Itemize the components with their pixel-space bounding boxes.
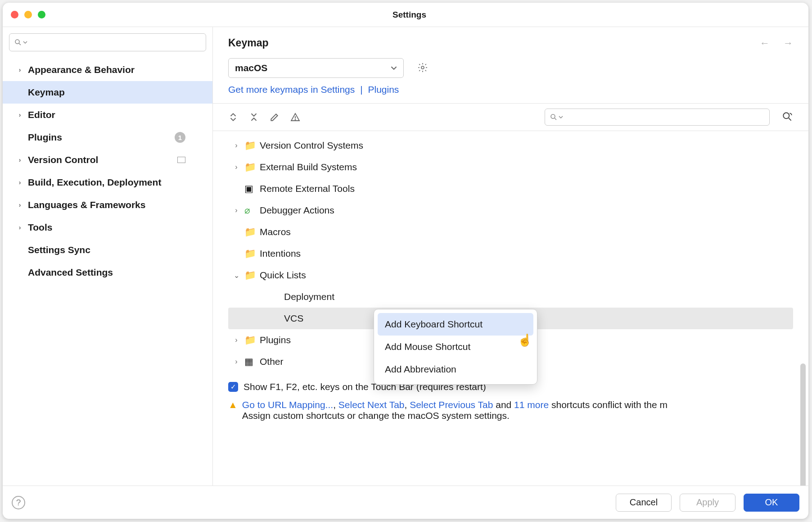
back-icon[interactable]: ←	[760, 37, 770, 49]
chevron-down-icon	[23, 40, 27, 45]
conflict-link-1[interactable]: Go to URL Mapping...	[242, 399, 333, 410]
collapse-all-icon[interactable]	[249, 112, 259, 122]
sidebar-item-keymap[interactable]: Keymap	[3, 81, 212, 104]
plugins-badge: 1	[175, 132, 185, 143]
sidebar: ›Appearance & Behavior Keymap ›Editor Pl…	[3, 27, 213, 486]
ok-button[interactable]: OK	[744, 494, 799, 512]
svg-line-8	[789, 118, 791, 120]
tree-row-intentions[interactable]: 📁Intentions	[228, 243, 793, 264]
folder-gear-icon: 📁	[244, 162, 257, 172]
find-by-shortcut-icon[interactable]	[781, 111, 793, 124]
tree-row-vcs-systems[interactable]: ›📁Version Control Systems	[228, 135, 793, 156]
sidebar-item-languages[interactable]: ›Languages & Frameworks	[3, 194, 212, 216]
edit-icon[interactable]	[270, 112, 280, 122]
tree-row-external-build[interactable]: ›📁External Build Systems	[228, 156, 793, 178]
sidebar-tree: ›Appearance & Behavior Keymap ›Editor Pl…	[3, 56, 212, 284]
sidebar-item-appearance[interactable]: ›Appearance & Behavior	[3, 59, 212, 81]
sidebar-item-advanced[interactable]: Advanced Settings	[3, 261, 212, 284]
keymap-select[interactable]: macOS	[228, 58, 404, 78]
conflict-warning: Go to URL Mapping..., Select Next Tab, S…	[242, 399, 668, 421]
folder-icon: 📁	[244, 140, 257, 151]
folder-icon: 📁	[244, 227, 257, 237]
toolbar	[213, 103, 808, 131]
search-icon	[14, 38, 22, 46]
sidebar-item-editor[interactable]: ›Editor	[3, 104, 212, 126]
tree-row-deployment[interactable]: Deployment	[228, 286, 793, 308]
sidebar-item-vcs[interactable]: ›Version Control	[3, 149, 212, 171]
help-icon[interactable]: ?	[12, 496, 25, 509]
tree-row-remote-tools[interactable]: ▣Remote External Tools	[228, 178, 793, 200]
settings-window: Settings ›Appearance & Behavior Keymap ›…	[3, 3, 808, 519]
minimize-window-icon[interactable]	[24, 11, 32, 18]
history-nav: ← →	[760, 37, 793, 49]
plugins-link[interactable]: Plugins	[368, 84, 399, 95]
folder-icon: 📁	[244, 270, 257, 281]
search-icon	[550, 113, 558, 121]
cm-add-mouse[interactable]: Add Mouse Shortcut	[378, 336, 533, 358]
chevron-down-icon	[391, 65, 397, 71]
bottom-bar: ? Cancel Apply OK	[3, 486, 808, 519]
chevron-down-icon	[559, 115, 563, 119]
titlebar: Settings	[3, 3, 808, 27]
sidebar-item-plugins[interactable]: Plugins1	[3, 126, 212, 149]
window-controls	[11, 11, 45, 18]
folder-icon: 📁	[244, 335, 257, 345]
warning-icon[interactable]	[290, 112, 300, 122]
cm-add-abbrev[interactable]: Add Abbreviation	[378, 358, 533, 381]
tree-row-macros[interactable]: 📁Macros	[228, 221, 793, 243]
sidebar-item-sync[interactable]: Settings Sync	[3, 239, 212, 261]
window-title: Settings	[45, 10, 800, 20]
svg-line-1	[19, 43, 21, 45]
svg-point-2	[421, 66, 424, 69]
svg-point-0	[15, 40, 19, 44]
conflict-link-2[interactable]: Select Next Tab	[338, 399, 405, 410]
context-menu: Add Keyboard Shortcut Add Mouse Shortcut…	[374, 309, 537, 385]
expand-all-icon[interactable]	[228, 112, 238, 122]
sidebar-search-input[interactable]	[9, 33, 206, 51]
svg-point-4	[295, 119, 296, 120]
project-scope-icon	[177, 157, 185, 163]
tree-row-debugger[interactable]: ›⌀Debugger Actions	[228, 200, 793, 221]
close-window-icon[interactable]	[11, 11, 18, 18]
zoom-window-icon[interactable]	[38, 11, 45, 18]
conflict-link-3[interactable]: Select Previous Tab	[410, 399, 493, 410]
cursor-icon: ☝	[518, 333, 532, 347]
sidebar-item-build[interactable]: ›Build, Execution, Deployment	[3, 171, 212, 194]
gear-icon[interactable]	[417, 62, 428, 74]
action-tree: ›📁Version Control Systems ›📁External Bui…	[213, 131, 808, 486]
apply-button[interactable]: Apply	[680, 494, 735, 512]
forward-icon[interactable]: →	[783, 37, 793, 49]
cancel-button[interactable]: Cancel	[616, 494, 672, 512]
other-icon: ▦	[244, 356, 257, 367]
page-title: Keymap	[228, 37, 760, 49]
folder-icon: 📁	[244, 248, 257, 259]
touchbar-checkbox[interactable]: ✓	[228, 382, 238, 392]
body: ›Appearance & Behavior Keymap ›Editor Pl…	[3, 27, 808, 486]
cm-add-keyboard[interactable]: Add Keyboard Shortcut	[378, 313, 533, 336]
svg-point-7	[783, 113, 789, 118]
tree-row-quicklists[interactable]: ⌄📁Quick Lists	[228, 264, 793, 286]
main-panel: Keymap ← → macOS Get more keymaps in Set…	[213, 27, 808, 486]
warning-triangle-icon: ▲	[228, 399, 238, 410]
svg-line-6	[555, 118, 556, 120]
scrollbar[interactable]	[800, 363, 806, 486]
bug-icon: ⌀	[244, 205, 257, 216]
action-search-input[interactable]	[545, 109, 770, 126]
sidebar-item-tools[interactable]: ›Tools	[3, 216, 212, 239]
more-keymaps-link[interactable]: Get more keymaps in Settings	[228, 84, 355, 95]
svg-point-5	[551, 114, 555, 118]
conflict-link-more[interactable]: 11 more	[514, 399, 549, 410]
terminal-icon: ▣	[244, 183, 257, 194]
